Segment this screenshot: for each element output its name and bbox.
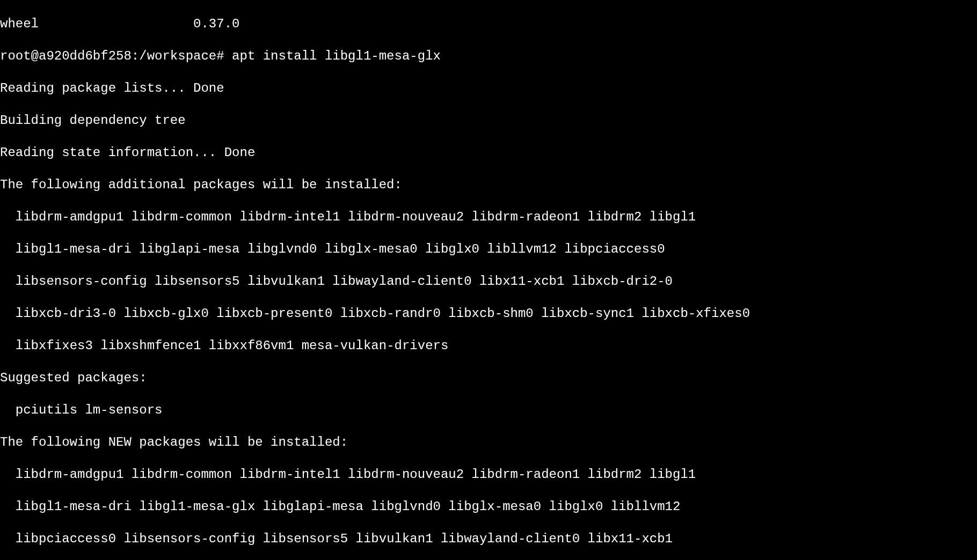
terminal-line: libxfixes3 libxshmfence1 libxxf86vm1 mes… [0, 338, 977, 354]
terminal-line: libxcb-dri3-0 libxcb-glx0 libxcb-present… [0, 306, 977, 322]
terminal-line: libdrm-amdgpu1 libdrm-common libdrm-inte… [0, 467, 977, 483]
terminal-line: The following NEW packages will be insta… [0, 434, 977, 451]
terminal-line: libpciaccess0 libsensors-config libsenso… [0, 531, 977, 547]
terminal-line: Reading state information... Done [0, 145, 977, 161]
terminal-line: Reading package lists... Done [0, 80, 977, 97]
terminal-line: libsensors-config libsensors5 libvulkan1… [0, 274, 977, 290]
terminal-line: libdrm-amdgpu1 libdrm-common libdrm-inte… [0, 209, 977, 225]
terminal-line: libgl1-mesa-dri libgl1-mesa-glx libglapi… [0, 499, 977, 515]
terminal-line: Building dependency tree [0, 113, 977, 129]
terminal-prompt-line: root@a920dd6bf258:/workspace# apt instal… [0, 48, 977, 64]
terminal-line: wheel 0.37.0 [0, 16, 977, 32]
terminal-line: Suggested packages: [0, 370, 977, 386]
terminal-line: pciutils lm-sensors [0, 402, 977, 418]
terminal-output[interactable]: wheel 0.37.0 root@a920dd6bf258:/workspac… [0, 0, 977, 560]
terminal-line: The following additional packages will b… [0, 177, 977, 193]
terminal-line: libgl1-mesa-dri libglapi-mesa libglvnd0 … [0, 241, 977, 257]
